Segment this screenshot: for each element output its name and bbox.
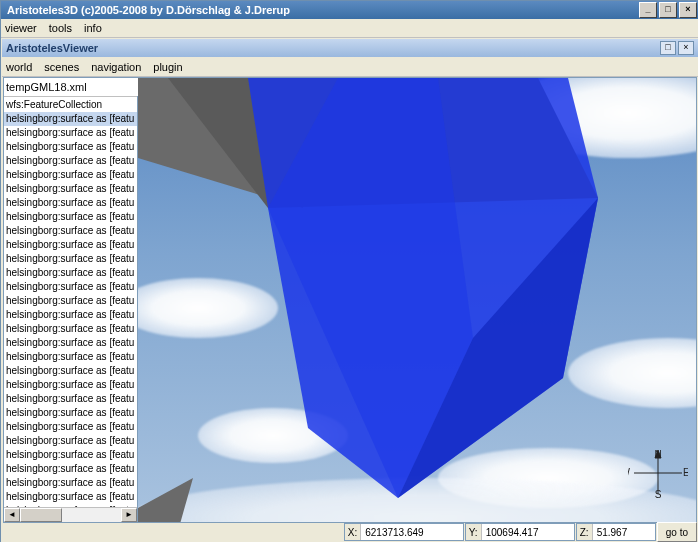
tree-item[interactable]: helsingborg:surface as [featu (4, 154, 137, 168)
tree-item[interactable]: helsingborg:surface as [featu (4, 434, 137, 448)
tree-item[interactable]: helsingborg:surface as [featu (4, 392, 137, 406)
coord-y-label: Y: (466, 524, 482, 540)
menu-tools[interactable]: tools (49, 22, 72, 34)
scroll-track[interactable] (20, 508, 121, 522)
tree-item[interactable]: helsingborg:surface as [featu (4, 490, 137, 504)
tree-item[interactable]: helsingborg:surface as [featu (4, 238, 137, 252)
tree-item[interactable]: helsingborg:surface as [featu (4, 294, 137, 308)
feature-tree[interactable]: wfs:FeatureCollection helsingborg:surfac… (4, 97, 137, 507)
tree-item[interactable]: helsingborg:surface as [featu (4, 322, 137, 336)
coord-y-value: 100694.417 (482, 527, 543, 538)
geometry-render (138, 78, 697, 523)
tree-item[interactable]: helsingborg:surface as [featu (4, 364, 137, 378)
coord-z-value: 51.967 (593, 527, 632, 538)
menu-scenes[interactable]: scenes (44, 61, 79, 73)
maximize-button[interactable]: □ (659, 2, 677, 18)
titlebar: Aristoteles3D (c)2005-2008 by D.Dörschla… (1, 1, 698, 19)
close-button[interactable]: × (679, 2, 697, 18)
tree-item[interactable]: helsingborg:surface as [featu (4, 252, 137, 266)
tree-item[interactable]: helsingborg:surface as [featu (4, 406, 137, 420)
tree-root[interactable]: wfs:FeatureCollection (4, 98, 137, 112)
scroll-right-button[interactable]: ► (121, 508, 137, 522)
tree-item[interactable]: helsingborg:surface as [featu (4, 308, 137, 322)
viewport-3d[interactable]: N E S W (138, 77, 697, 523)
body: ▼ wfs:FeatureCollection helsingborg:surf… (3, 77, 697, 523)
tree-item[interactable]: helsingborg:surface as [featu (4, 448, 137, 462)
menu-navigation[interactable]: navigation (91, 61, 141, 73)
scroll-thumb[interactable] (20, 508, 62, 522)
file-selector: ▼ (4, 78, 137, 97)
tree-item[interactable]: helsingborg:surface as [featu (4, 336, 137, 350)
minimize-button[interactable]: _ (639, 2, 657, 18)
tree-item[interactable]: helsingborg:surface as [featu (4, 168, 137, 182)
tree-item[interactable]: helsingborg:surface as [featu (4, 224, 137, 238)
tree-item[interactable]: helsingborg:surface as [featu (4, 420, 137, 434)
goto-button[interactable]: go to (657, 522, 697, 542)
menu-plugin[interactable]: plugin (153, 61, 182, 73)
tree-item[interactable]: helsingborg:surface as [featu (4, 140, 137, 154)
tree-item[interactable]: helsingborg:surface as [featu (4, 378, 137, 392)
tree-item[interactable]: helsingborg:surface as [featu (4, 112, 137, 126)
coord-x-field: X: 6213713.649 (344, 523, 464, 541)
coord-x-label: X: (345, 524, 361, 540)
statusbar: X: 6213713.649 Y: 100694.417 Z: 51.967 g… (3, 523, 697, 541)
top-menubar: viewer tools info (1, 19, 698, 38)
menu-viewer[interactable]: viewer (5, 22, 37, 34)
menu-info[interactable]: info (84, 22, 102, 34)
tree-item[interactable]: helsingborg:surface as [featu (4, 462, 137, 476)
svg-marker-5 (138, 478, 193, 523)
coord-z-field: Z: 51.967 (576, 523, 656, 541)
tree-item[interactable]: helsingborg:surface as [featu (4, 210, 137, 224)
inner-menubar: world scenes navigation plugin (2, 58, 698, 77)
tree-item[interactable]: helsingborg:surface as [featu (4, 182, 137, 196)
horizontal-scrollbar: ◄ ► (4, 507, 137, 522)
tree-item[interactable]: helsingborg:surface as [featu (4, 280, 137, 294)
inner-titlebar: AristotelesViewer □ × (2, 39, 698, 57)
coord-y-field: Y: 100694.417 (465, 523, 575, 541)
app-window: Aristoteles3D (c)2005-2008 by D.Dörschla… (0, 0, 698, 542)
app-title: Aristoteles3D (c)2005-2008 by D.Dörschla… (3, 4, 639, 16)
window-buttons: _ □ × (639, 2, 697, 18)
scroll-left-button[interactable]: ◄ (4, 508, 20, 522)
coord-z-label: Z: (577, 524, 593, 540)
tree-item[interactable]: helsingborg:surface as [featu (4, 266, 137, 280)
menu-world[interactable]: world (6, 61, 32, 73)
inner-maximize-button[interactable]: □ (660, 41, 676, 55)
coord-x-value: 6213713.649 (361, 527, 427, 538)
sidebar: ▼ wfs:FeatureCollection helsingborg:surf… (3, 77, 138, 523)
inner-title: AristotelesViewer (6, 42, 658, 54)
tree-item[interactable]: helsingborg:surface as [featu (4, 476, 137, 490)
tree-item[interactable]: helsingborg:surface as [featu (4, 126, 137, 140)
file-input[interactable] (4, 78, 146, 96)
tree-item[interactable]: helsingborg:surface as [featu (4, 196, 137, 210)
tree-item[interactable]: helsingborg:surface as [featu (4, 350, 137, 364)
inner-close-button[interactable]: × (678, 41, 694, 55)
